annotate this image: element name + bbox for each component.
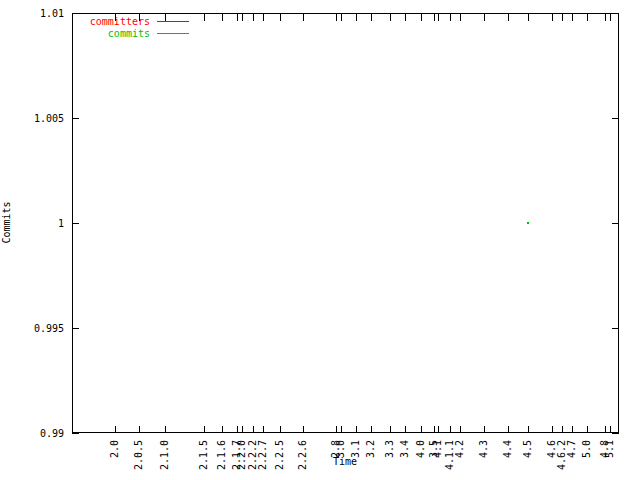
x-tick-mark: [115, 426, 116, 433]
x-tick-mark: [237, 14, 238, 21]
legend-item-commits: commits: [60, 28, 150, 40]
x-tick-label: 2.2.6: [298, 440, 308, 470]
x-tick-mark: [371, 14, 372, 21]
x-tick-mark: [222, 14, 223, 21]
x-tick-mark: [139, 426, 140, 433]
legend-line-commits: [157, 33, 189, 34]
x-tick-mark: [222, 426, 223, 433]
x-tick-mark: [421, 14, 422, 21]
x-tick-mark: [165, 426, 166, 433]
x-tick-mark: [605, 14, 606, 21]
x-tick-mark: [242, 426, 243, 433]
legend-label-committers: committers: [90, 16, 150, 27]
y-tick-mark: [72, 118, 79, 119]
x-tick-mark: [405, 14, 406, 21]
x-tick-mark: [390, 426, 391, 433]
x-tick-mark: [263, 426, 264, 433]
x-tick-label: 5.1: [605, 440, 615, 458]
x-tick-label: 2.2.7: [258, 440, 268, 470]
x-tick-mark: [587, 14, 588, 21]
y-tick-mark: [612, 13, 619, 14]
x-tick-label: 3.4: [400, 440, 410, 458]
x-tick-mark: [390, 14, 391, 21]
y-tick-mark: [612, 328, 619, 329]
data-point-commits: [527, 222, 529, 224]
x-tick-mark: [438, 14, 439, 21]
x-tick-mark: [552, 426, 553, 433]
y-tick-label: 1: [2, 218, 64, 229]
x-tick-mark: [460, 14, 461, 21]
x-tick-mark: [605, 426, 606, 433]
x-tick-mark: [610, 14, 611, 21]
x-tick-label: 4.2: [455, 440, 465, 458]
y-tick-mark: [612, 118, 619, 119]
x-tick-mark: [341, 426, 342, 433]
y-tick-mark: [612, 433, 619, 434]
x-tick-label: 4.3: [479, 440, 489, 458]
x-tick-mark: [484, 426, 485, 433]
x-tick-mark: [508, 426, 509, 433]
x-tick-mark: [253, 426, 254, 433]
x-tick-mark: [336, 426, 337, 433]
x-tick-label: 4.5: [523, 440, 533, 458]
x-tick-mark: [263, 14, 264, 21]
x-tick-label: 2.1.0: [160, 440, 170, 470]
x-tick-mark: [528, 14, 529, 21]
plot-area: [72, 13, 619, 433]
x-tick-mark: [562, 426, 563, 433]
x-tick-label: 3.2: [366, 440, 376, 458]
x-tick-label: 2.0: [110, 440, 120, 458]
x-tick-mark: [405, 426, 406, 433]
y-tick-label: 0.99: [2, 428, 64, 439]
y-tick-mark: [72, 13, 79, 14]
x-tick-mark: [336, 14, 337, 21]
x-tick-mark: [237, 426, 238, 433]
y-tick-label: 1.01: [2, 8, 64, 19]
x-tick-mark: [242, 14, 243, 21]
x-tick-label: 4.7: [567, 440, 577, 458]
y-tick-mark: [72, 223, 79, 224]
x-tick-mark: [434, 426, 435, 433]
x-tick-mark: [421, 426, 422, 433]
x-tick-mark: [280, 426, 281, 433]
x-tick-mark: [115, 14, 116, 21]
x-tick-mark: [341, 14, 342, 21]
x-tick-label: 4.1: [433, 440, 443, 458]
x-tick-mark: [139, 14, 140, 21]
x-tick-mark: [450, 14, 451, 21]
x-tick-mark: [204, 14, 205, 21]
x-tick-mark: [484, 14, 485, 21]
x-tick-mark: [460, 426, 461, 433]
x-tick-mark: [587, 426, 588, 433]
x-tick-label: 3.1: [351, 440, 361, 458]
x-tick-mark: [572, 14, 573, 21]
x-tick-mark: [356, 426, 357, 433]
x-tick-label: 4.0: [416, 440, 426, 458]
x-tick-mark: [165, 14, 166, 21]
legend-item-committers: committers: [60, 16, 150, 28]
y-tick-label: 0.995: [2, 323, 64, 334]
x-tick-mark: [253, 14, 254, 21]
x-tick-mark: [528, 426, 529, 433]
x-tick-label: 2.1.5: [199, 440, 209, 470]
x-tick-mark: [371, 426, 372, 433]
x-tick-label: 2.2.0: [237, 440, 247, 470]
x-tick-label: 5.0: [582, 440, 592, 458]
x-tick-mark: [562, 14, 563, 21]
x-tick-mark: [572, 426, 573, 433]
x-tick-label: 3.3: [385, 440, 395, 458]
x-tick-label: 4.4: [503, 440, 513, 458]
legend-line-committers: [157, 21, 189, 22]
x-tick-mark: [552, 14, 553, 21]
x-tick-mark: [356, 14, 357, 21]
commits-time-chart: Commits Time committers commits 0.990.99…: [0, 0, 640, 480]
x-tick-mark: [303, 426, 304, 433]
x-tick-mark: [434, 14, 435, 21]
y-tick-mark: [72, 328, 79, 329]
x-tick-mark: [450, 426, 451, 433]
x-tick-mark: [610, 426, 611, 433]
x-tick-label: 2.0.5: [134, 440, 144, 470]
x-tick-mark: [508, 14, 509, 21]
y-tick-mark: [72, 433, 79, 434]
x-tick-label: 3.0: [336, 440, 346, 458]
